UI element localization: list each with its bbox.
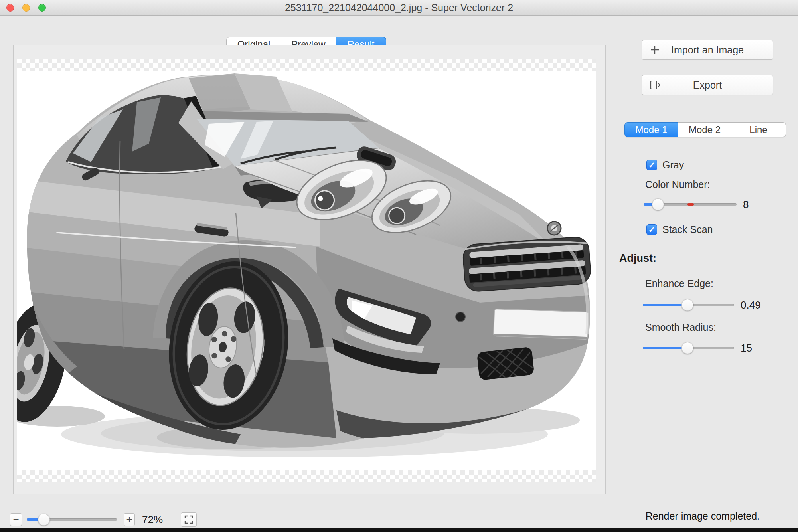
render-status-text: Render image completed. xyxy=(646,510,760,522)
tab-line[interactable]: Line xyxy=(731,122,786,137)
stack-scan-checkbox[interactable]: ✓ xyxy=(646,224,657,235)
color-number-slider-thumb[interactable] xyxy=(652,198,664,210)
export-label: Export xyxy=(642,79,773,91)
color-number-slider[interactable] xyxy=(644,198,737,211)
enhance-edge-slider-fill xyxy=(643,304,687,306)
canvas-panel xyxy=(13,45,606,494)
color-number-value: 8 xyxy=(743,198,749,211)
canvas-zoom-slider-thumb[interactable] xyxy=(38,514,50,526)
enhance-edge-slider-thumb[interactable] xyxy=(681,299,693,311)
fullscreen-icon xyxy=(184,515,193,524)
smooth-radius-slider-fill xyxy=(643,347,687,349)
stack-scan-label: Stack Scan xyxy=(662,224,713,235)
fit-to-screen-button[interactable] xyxy=(181,512,197,527)
export-button[interactable]: Export xyxy=(642,75,773,95)
mode-tab-group: Mode 1 Mode 2 Line xyxy=(624,122,786,137)
car-brand-badge xyxy=(547,222,561,235)
title-bar: 2531170_221042044000_2.jpg - Super Vecto… xyxy=(0,0,798,16)
color-number-slider-marker xyxy=(687,203,694,206)
smooth-radius-value: 15 xyxy=(741,342,752,354)
bottom-edge-strip xyxy=(0,528,798,532)
window-title: 2531170_221042044000_2.jpg - Super Vecto… xyxy=(0,0,798,15)
plus-icon xyxy=(649,40,660,59)
smooth-radius-slider[interactable] xyxy=(643,342,734,354)
gray-label: Gray xyxy=(662,159,684,171)
enhance-edge-slider[interactable] xyxy=(643,299,734,311)
adjust-section-label: Adjust: xyxy=(619,252,656,265)
smooth-radius-label: Smooth Radius: xyxy=(645,322,716,333)
zoom-in-button[interactable]: + xyxy=(124,513,135,526)
canvas-image-area[interactable] xyxy=(17,59,596,482)
gray-checkbox-row: ✓ Gray xyxy=(646,159,684,171)
export-icon xyxy=(649,75,661,95)
zoom-out-button[interactable]: − xyxy=(10,513,22,526)
zoom-level-value: 72% xyxy=(142,513,163,526)
car-parking-sensor xyxy=(456,312,465,322)
color-number-label: Color Number: xyxy=(645,179,710,190)
smooth-radius-slider-thumb[interactable] xyxy=(681,342,693,354)
tab-mode-2[interactable]: Mode 2 xyxy=(678,122,731,137)
canvas-image xyxy=(17,59,596,482)
canvas-zoom-slider[interactable] xyxy=(27,513,117,526)
enhance-edge-label: Enhance Edge: xyxy=(645,278,713,289)
car-grille xyxy=(462,236,591,292)
app-window: { "window": { "title": "2531170_22104204… xyxy=(0,0,798,532)
car-mesh-intake xyxy=(477,347,535,380)
import-image-button[interactable]: Import an Image xyxy=(642,40,773,60)
tab-mode-1[interactable]: Mode 1 xyxy=(624,122,678,137)
stack-scan-checkbox-row: ✓ Stack Scan xyxy=(646,223,713,235)
enhance-edge-value: 0.49 xyxy=(741,299,761,311)
gray-checkbox[interactable]: ✓ xyxy=(646,160,657,170)
car-license-plate xyxy=(494,309,589,339)
import-image-label: Import an Image xyxy=(642,44,773,56)
